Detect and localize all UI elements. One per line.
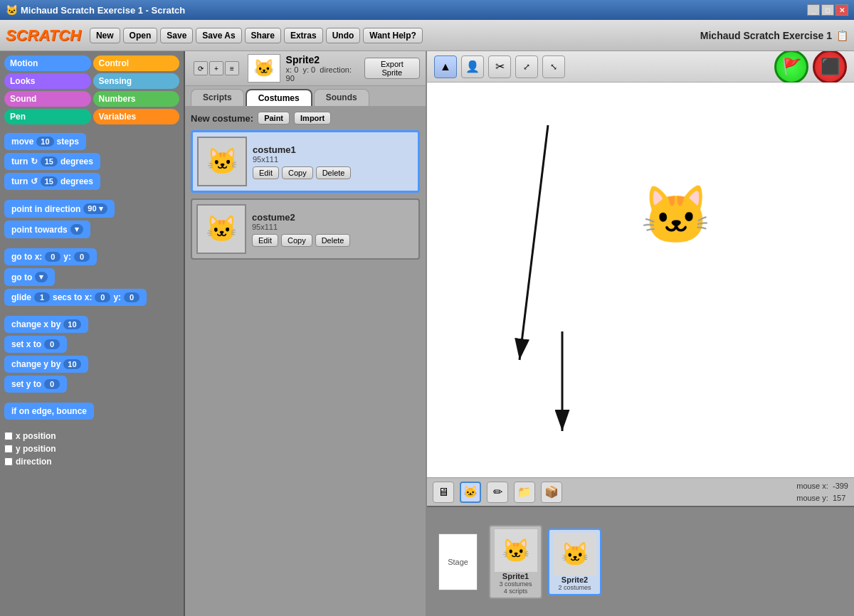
category-sensing[interactable]: Sensing [93, 73, 180, 89]
save-as-button[interactable]: Save As [196, 28, 241, 43]
block-go-to[interactable]: go to ▾ [4, 268, 55, 286]
costume1-delete-button[interactable]: Delete [316, 166, 352, 179]
open-button[interactable]: Open [123, 28, 158, 43]
want-help-button[interactable]: Want Help? [363, 28, 423, 43]
share-button[interactable]: Share [245, 28, 281, 43]
costume2-delete-button[interactable]: Delete [315, 234, 351, 247]
block-turn-right[interactable]: turn ↻ 15 degrees [4, 153, 100, 170]
block-glide[interactable]: glide 1 secs to x: 0 y: 0 [4, 289, 147, 306]
bottom-bar: 🖥 🐱 ✏ 📁 📦 mouse x: -399 mouse y: 157 [427, 477, 854, 506]
costume-actions-1: Edit Copy Delete [253, 166, 413, 179]
blocks-panel: Motion Control Looks Sensing Sound Numbe… [0, 51, 185, 616]
panel-icon-2[interactable]: + [209, 61, 223, 75]
category-numbers[interactable]: Numbers [93, 91, 180, 107]
tab-costumes[interactable]: Costumes [246, 89, 312, 106]
costume-name-1: costume1 [253, 144, 413, 155]
titlebar: 🐱 Michaud Scratch Exercise 1 - Scratch _… [0, 0, 854, 20]
category-looks[interactable]: Looks [4, 73, 91, 89]
green-flag-button[interactable]: 🚩 [774, 51, 808, 84]
costume-item-1[interactable]: 🐱 costume1 95x111 Edit Copy Delete [191, 130, 420, 193]
block-point-towards[interactable]: point towards ▾ [4, 221, 90, 238]
app-icon: 🐱 [6, 4, 18, 16]
block-go-to-xy[interactable]: go to x: 0 y: 0 [4, 248, 97, 265]
window-controls: _ □ ✕ [807, 4, 848, 16]
mouse-y-display: mouse y: 157 [796, 492, 848, 504]
sprite2-item[interactable]: 🐱 Sprite2 2 costumes [548, 529, 601, 595]
block-categories: Motion Control Looks Sensing Sound Numbe… [0, 51, 184, 129]
costume-thumb-1: 🐱 [197, 137, 247, 186]
close-button[interactable]: ✕ [835, 4, 848, 16]
project-name: Michaud Scratch Exercise 1 [700, 30, 832, 41]
cut-tool[interactable]: ✂ [488, 55, 511, 78]
costume-size-1: 95x111 [253, 155, 413, 164]
block-set-y[interactable]: set y to 0 [4, 376, 67, 393]
tab-scripts[interactable]: Scripts [191, 89, 244, 106]
export-sprite-button[interactable]: Export Sprite [364, 58, 420, 79]
costume-size-2: 95x111 [252, 223, 414, 231]
stage-view-button[interactable]: 🖥 [433, 482, 454, 503]
sprite-info: Sprite2 x: 0 y: 0 direction: 90 [286, 54, 359, 83]
y-position-checkbox[interactable] [4, 445, 13, 453]
category-sound[interactable]: Sound [4, 91, 91, 107]
sprite-view-button[interactable]: 🐱 [460, 482, 481, 503]
sprites-bar: Stage 🐱 Sprite1 3 costumes4 scripts 🐱 Sp… [427, 506, 854, 616]
stop-button[interactable]: ⬛ [813, 51, 847, 84]
svg-line-1 [520, 125, 548, 360]
x-position-checkbox[interactable] [4, 432, 13, 440]
block-turn-left[interactable]: turn ↺ 15 degrees [4, 173, 100, 190]
paint-button[interactable]: Paint [258, 112, 290, 124]
panel-icon-1[interactable]: ⟳ [194, 61, 208, 75]
sprite1-name: Sprite1 [502, 572, 529, 580]
block-set-x[interactable]: set x to 0 [4, 336, 67, 353]
block-change-x[interactable]: change x by 10 [4, 316, 88, 333]
costume-thumb-2: 🐱 [196, 204, 246, 254]
tab-sounds[interactable]: Sounds [314, 89, 369, 106]
new-costume-label: New costume: [191, 113, 253, 124]
block-bounce[interactable]: if on edge, bounce [4, 403, 94, 420]
sprite2-info: 2 costumes [558, 584, 591, 591]
block-point-direction[interactable]: point in direction 90 ▾ [4, 200, 115, 218]
sprite2-on-stage[interactable]: 🐱 [640, 182, 712, 249]
maximize-button[interactable]: □ [821, 4, 834, 16]
scratch-logo: SCRATCH [6, 26, 81, 45]
block-change-y[interactable]: change y by 10 [4, 356, 88, 373]
import-sprite-button[interactable]: 📁 [514, 482, 535, 503]
paint-edit-button[interactable]: ✏ [487, 482, 508, 503]
costume1-copy-button[interactable]: Copy [282, 166, 313, 179]
new-button[interactable]: New [90, 28, 120, 43]
costume-details-2: costume2 95x111 Edit Copy Delete [252, 212, 414, 247]
category-variables[interactable]: Variables [93, 109, 180, 124]
checkbox-x-position: x position [4, 431, 179, 441]
sprite1-info: 3 costumes4 scripts [499, 580, 532, 595]
new-costume-bar: New costume: Paint Import [191, 112, 420, 124]
duplicate-tool[interactable]: 👤 [461, 55, 484, 78]
direction-checkbox[interactable] [4, 457, 13, 466]
y-position-label: y position [16, 444, 56, 454]
app: SCRATCH New Open Save Save As Share Extr… [0, 20, 854, 616]
notes-icon: 📋 [836, 30, 848, 41]
category-control[interactable]: Control [93, 55, 180, 71]
sprite1-item[interactable]: 🐱 Sprite1 3 costumes4 scripts [489, 525, 542, 599]
import-button[interactable]: Import [294, 112, 331, 124]
grow-tool[interactable]: ⤢ [515, 55, 538, 78]
costume-item-2[interactable]: 🐱 costume2 95x111 Edit Copy Delete [191, 198, 420, 260]
undo-button[interactable]: Undo [326, 28, 361, 43]
category-pen[interactable]: Pen [4, 109, 91, 124]
save-button[interactable]: Save [160, 28, 193, 43]
costume2-copy-button[interactable]: Copy [281, 234, 312, 247]
bag-button[interactable]: 📦 [541, 482, 562, 503]
select-tool[interactable]: ▲ [434, 55, 457, 78]
costume-name-2: costume2 [252, 212, 414, 223]
costume2-edit-button[interactable]: Edit [252, 234, 278, 247]
tabs: Scripts Costumes Sounds [185, 86, 426, 106]
shrink-tool[interactable]: ⤡ [542, 55, 565, 78]
toolbar: SCRATCH New Open Save Save As Share Extr… [0, 20, 854, 51]
panel-icon-3[interactable]: ≡ [225, 61, 239, 75]
stage-thumbnail[interactable]: Stage [438, 533, 478, 590]
panel-icons: ⟳ + ≡ [191, 61, 242, 75]
minimize-button[interactable]: _ [807, 4, 820, 16]
block-move[interactable]: move 10 steps [4, 133, 86, 150]
category-motion[interactable]: Motion [4, 55, 91, 71]
costume1-edit-button[interactable]: Edit [253, 166, 279, 179]
extras-button[interactable]: Extras [284, 28, 323, 43]
